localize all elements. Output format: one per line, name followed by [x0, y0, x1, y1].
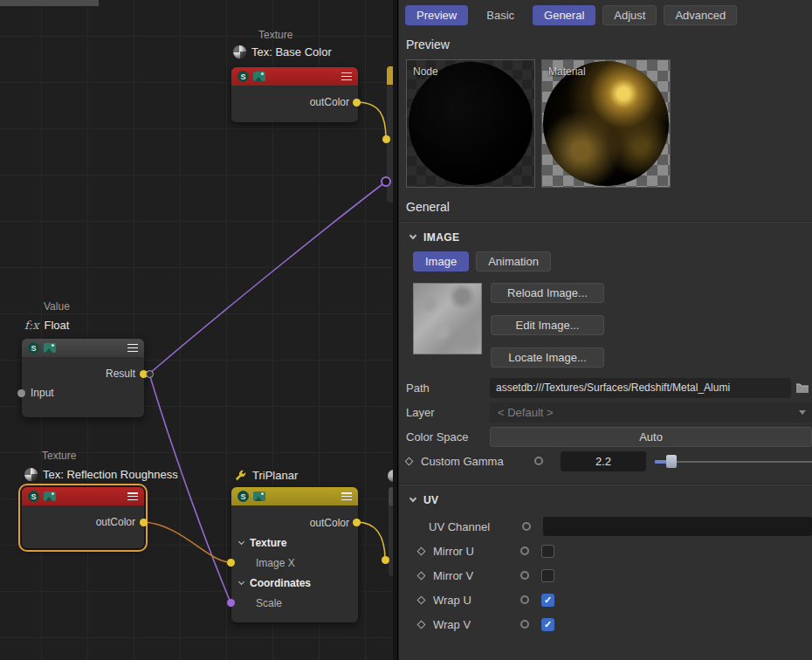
tab-general[interactable]: General	[533, 5, 595, 25]
keyframe-diamond-icon[interactable]	[417, 547, 426, 555]
port-edge-node-bottom-input[interactable]	[382, 556, 389, 564]
port-edge-node-input-2[interactable]	[381, 176, 391, 187]
node-header	[387, 66, 393, 85]
animation-dot-icon[interactable]	[520, 547, 529, 555]
panel-divider[interactable]	[393, 0, 398, 660]
layer-value: < Default >	[498, 406, 554, 419]
animation-dot-icon[interactable]	[520, 620, 529, 629]
port-row-outcolor: outColor	[231, 93, 358, 112]
node-float[interactable]: S Result Input	[22, 339, 144, 417]
uv-channel-label: UV Channel	[429, 520, 522, 533]
solo-icon[interactable]: S	[237, 71, 249, 82]
menu-icon[interactable]	[341, 72, 352, 80]
solo-icon[interactable]: S	[237, 491, 249, 502]
image-icon[interactable]	[253, 492, 265, 501]
edge-node-partial-bottom[interactable]	[389, 487, 393, 576]
port-label: outColor	[310, 96, 349, 108]
tab-animation[interactable]: Animation	[476, 251, 551, 272]
colorspace-button[interactable]: Auto	[490, 427, 812, 447]
keyframe-diamond-icon[interactable]	[417, 571, 426, 580]
tab-preview[interactable]: Preview	[405, 5, 468, 25]
tab-advanced[interactable]: Advanced	[664, 5, 737, 25]
port-edge-node-input[interactable]	[382, 135, 390, 143]
node-tex-reflection-roughness[interactable]: S outColor	[22, 487, 144, 548]
menu-icon[interactable]	[341, 492, 352, 500]
tab-image[interactable]: Image	[413, 251, 469, 272]
wire-roughness-to-imagex[interactable]	[143, 522, 231, 562]
node-title-text: Tex: Reflection Roughness	[43, 468, 178, 481]
animation-dot-icon[interactable]	[522, 522, 531, 531]
panel-tab-bar: Preview Basic General Adjust Advanced	[399, 0, 812, 25]
texture-thumbnail[interactable]	[413, 283, 482, 354]
port-row-outcolor: outColor	[231, 512, 358, 533]
node-header[interactable]: S	[231, 67, 358, 86]
keyframe-diamond-icon[interactable]	[417, 620, 426, 629]
animation-dot-icon[interactable]	[534, 457, 543, 465]
browse-folder-button[interactable]	[795, 382, 809, 394]
reload-image-button[interactable]: Reload Image...	[491, 283, 604, 303]
locate-image-button[interactable]: Locate Image...	[491, 347, 604, 368]
material-preview-thumbnail[interactable]: Material	[541, 59, 671, 188]
mirror-v-checkbox[interactable]	[541, 569, 554, 582]
wrap-u-checkbox[interactable]: ✓	[541, 594, 554, 607]
node-header[interactable]: S	[22, 487, 144, 505]
port-label: Image X	[256, 557, 295, 569]
port-basecolor-outcolor[interactable]	[353, 99, 361, 107]
group-row-coordinates[interactable]: Coordinates	[231, 573, 358, 593]
image-icon[interactable]	[253, 72, 265, 81]
node-header[interactable]: S	[22, 339, 144, 357]
port-triplanar-scale[interactable]	[227, 599, 235, 607]
port-label: Scale	[256, 597, 282, 609]
node-editor-canvas[interactable]: Texture Tex: Base Color S outColor Value…	[0, 0, 393, 660]
image-icon[interactable]	[44, 492, 56, 501]
node-triplanar[interactable]: S outColor Texture Image X Coordinates	[231, 487, 358, 622]
port-triplanar-imagex[interactable]	[227, 559, 235, 567]
animation-dot-icon[interactable]	[520, 571, 529, 580]
port-roughness-outcolor[interactable]	[140, 519, 148, 526]
slider-handle[interactable]	[666, 455, 677, 468]
wire-float-result-up[interactable]	[149, 182, 386, 374]
mirror-u-checkbox[interactable]	[541, 545, 554, 558]
animation-dot-icon[interactable]	[520, 595, 529, 604]
layer-dropdown[interactable]: < Default >	[490, 402, 812, 423]
wire-basecolor-out[interactable]	[356, 102, 386, 139]
image-icon[interactable]	[44, 343, 56, 353]
fx-icon: f:x	[24, 319, 39, 332]
node-title-text: Float	[45, 319, 70, 332]
texture-sphere-icon	[24, 468, 38, 481]
wire-triplanar-out[interactable]	[356, 522, 385, 560]
slider-track[interactable]	[655, 461, 812, 463]
menu-icon[interactable]	[127, 344, 138, 352]
image-animation-tabs: Image Animation	[413, 251, 812, 272]
solo-icon[interactable]: S	[28, 491, 39, 502]
port-float-input[interactable]	[17, 389, 25, 397]
wrap-u-label: Wrap U	[433, 594, 520, 607]
gamma-slider[interactable]	[655, 451, 812, 471]
node-header[interactable]: S	[231, 487, 358, 505]
image-section-header[interactable]: IMAGE	[399, 223, 812, 251]
port-label: Input	[31, 387, 54, 399]
solo-icon[interactable]: S	[28, 342, 39, 354]
chevron-down-icon	[409, 495, 416, 502]
node-title-text: Tex: Base Color	[251, 45, 332, 58]
path-input[interactable]: assetdb:///Textures/Surfaces/Redshift/Me…	[490, 378, 791, 398]
port-row-scale: Scale	[231, 593, 358, 613]
port-triplanar-outcolor[interactable]	[353, 519, 361, 526]
keyframe-diamond-icon[interactable]	[417, 595, 426, 604]
group-row-texture[interactable]: Texture	[231, 533, 358, 553]
keyframe-diamond-icon[interactable]	[405, 457, 414, 465]
tab-adjust[interactable]: Adjust	[602, 5, 657, 25]
menu-icon[interactable]	[127, 492, 138, 500]
wrap-v-checkbox[interactable]: ✓	[541, 618, 554, 631]
uv-section-title: UV	[423, 494, 438, 506]
gamma-value-input[interactable]: 2.2	[561, 451, 646, 471]
tab-basic[interactable]: Basic	[475, 5, 526, 25]
wire-float-result-to-scale[interactable]	[149, 374, 231, 602]
edit-image-button[interactable]: Edit Image...	[491, 315, 604, 335]
chevron-down-icon	[238, 539, 244, 545]
uv-channel-input[interactable]	[543, 517, 812, 536]
node-preview-thumbnail[interactable]: Node	[406, 59, 535, 188]
layer-label: Layer	[406, 406, 490, 419]
uv-section-header[interactable]: UV	[399, 485, 812, 514]
node-tex-base-color[interactable]: S outColor	[231, 67, 358, 122]
